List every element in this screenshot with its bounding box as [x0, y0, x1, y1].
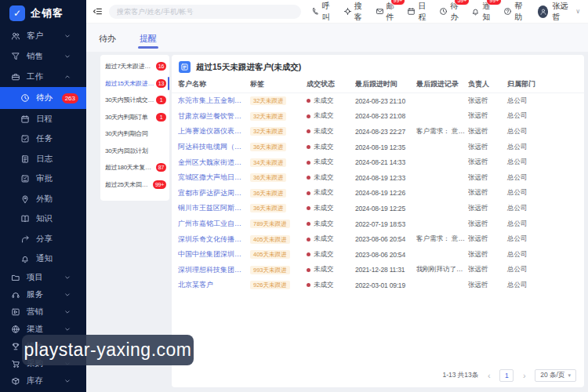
- bell-icon: [471, 7, 480, 16]
- briefcase-icon: [11, 72, 20, 82]
- filter-label: 30天内预计成交商机: [105, 96, 156, 104]
- marketing-icon: [11, 307, 20, 317]
- topbar-action-3[interactable]: 日程: [407, 1, 429, 23]
- filter-item-6[interactable]: 超过180天未复购客户87: [100, 159, 169, 176]
- folder-icon: [11, 273, 20, 282]
- logo-icon: ✓: [9, 5, 25, 21]
- column-header: 最后跟进记录: [416, 79, 468, 89]
- table-row: 铜川市王益区阿斯顿英语学校36天未跟进未成交2024-08-19 12:25张远…: [172, 201, 584, 216]
- tab-reminder[interactable]: 提醒: [138, 26, 158, 50]
- sidebar-subitem-1[interactable]: 日程: [0, 109, 86, 129]
- menu-fold-icon[interactable]: [93, 5, 103, 17]
- sidebar-subitem-0[interactable]: 待办263: [0, 87, 86, 109]
- status-dot-icon: [307, 268, 310, 272]
- tab-todo[interactable]: 待办: [97, 26, 118, 50]
- app-logo: ✓ 企销客: [0, 0, 86, 26]
- filter-item-0[interactable]: 超过7天未跟进客户16: [100, 58, 169, 75]
- sidebar-subitem-label: 分享: [36, 234, 53, 245]
- customer-name-link[interactable]: 北京某客户: [178, 280, 250, 290]
- table-body: 东莞市集上五金制品有限公司32天未跟进未成交2024-08-23 21:10张远…: [172, 93, 584, 293]
- table-row: 甘肃京穆兰餐饮管理有限公司32天未跟进未成交2024-08-23 21:08张远…: [172, 109, 584, 125]
- reminder-filter-panel: 超过7天未跟进客户16超过15天未跟进客户1330天内预计成交商机130天内到期…: [100, 55, 169, 201]
- customer-name-link[interactable]: 中国中丝集团深圳公司: [178, 249, 250, 260]
- customer-name-link[interactable]: 东莞市集上五金制品有限公司: [178, 96, 250, 106]
- sidebar-subitem-4[interactable]: 审批: [0, 169, 86, 190]
- filter-item-7[interactable]: 超过25天未回访客户99+: [100, 176, 169, 194]
- next-page-button[interactable]: ›: [518, 370, 530, 382]
- count-badge: 16: [156, 62, 166, 71]
- customer-name-link[interactable]: 铜川市王益区阿斯顿英语学校: [178, 203, 250, 213]
- customer-name-link[interactable]: 甘肃京穆兰餐饮管理有限公司: [178, 111, 250, 122]
- prev-page-button[interactable]: ‹: [483, 370, 495, 382]
- table-header: 客户名称标签成交状态最后跟进时间最后跟进记录负责人归属部门: [172, 76, 584, 93]
- clock-icon: [439, 7, 448, 16]
- topbar-action-0[interactable]: 呼叫: [311, 1, 333, 23]
- filter-label: 30天内到期订单: [105, 113, 148, 122]
- users-icon: [11, 31, 20, 41]
- sidebar-item-bottom-2[interactable]: 营销: [0, 303, 86, 321]
- filter-label: 超过180天未复购客户: [105, 163, 156, 172]
- sidebar-subitem-label: 日程: [36, 114, 53, 125]
- topbar-action-2[interactable]: 邮件99+: [376, 1, 397, 23]
- page-size-select[interactable]: 20 条/页 ▾: [535, 369, 576, 382]
- sidebar-subitem-label: 知识: [36, 213, 53, 224]
- deal-status-cell: 未成交: [307, 188, 355, 198]
- page-1-button[interactable]: 1: [499, 369, 514, 382]
- approval-icon: [20, 174, 30, 183]
- sidebar-item-bottom-0[interactable]: 项目: [0, 269, 86, 286]
- user-name: 张远哲: [552, 1, 572, 23]
- sidebar-item-label: 销售: [27, 51, 43, 62]
- sidebar-item-bottom-6[interactable]: 库存: [0, 372, 86, 390]
- main-panel: 超过15天未跟进客户(未成交) 客户名称标签成交状态最后跟进时间最后跟进记录负责…: [172, 55, 584, 387]
- sidebar-subitem-8[interactable]: 通知: [0, 249, 86, 270]
- topbar-action-6[interactable]: 帮助: [503, 1, 525, 23]
- filter-item-3[interactable]: 30天内到期订单1: [100, 109, 169, 126]
- sidebar-item-0[interactable]: 客户: [0, 26, 86, 46]
- customer-name-link[interactable]: 上海赛途仪器仪表有限公司: [178, 126, 250, 136]
- filter-item-2[interactable]: 30天内预计成交商机1: [100, 92, 169, 109]
- deal-status-cell: 未成交: [307, 127, 355, 136]
- filter-label: 超过7天未跟进客户: [105, 62, 156, 71]
- last-followup-time: 2024-08-19 12:33: [355, 174, 416, 182]
- sidebar-item-2[interactable]: 工作: [0, 67, 86, 87]
- days-tag: 32天未跟进: [250, 96, 286, 105]
- topbar-actions: 呼叫搜客邮件99+日程待办59+通知99+帮助: [301, 1, 525, 23]
- tag-cell: 34天未跟进: [250, 158, 307, 167]
- sidebar-item-bottom-1[interactable]: 服务: [0, 286, 86, 303]
- pagination: 1-13 共13条 ‹ 1 › 20 条/页 ▾: [442, 369, 576, 382]
- topbar-action-5[interactable]: 通知99+: [471, 1, 493, 23]
- last-followup-time: 2022-03-01 09:19: [355, 281, 416, 289]
- tag-cell: 36天未跟进: [250, 143, 307, 151]
- customer-name-link[interactable]: 宽城区撒大声地日用品百货...: [178, 172, 250, 183]
- sidebar-subitem-3[interactable]: 日志: [0, 149, 86, 169]
- customer-name-link[interactable]: 广州市嘉铭工业自动化技术...: [178, 219, 250, 229]
- owner-cell: 张远哲: [468, 96, 507, 106]
- topbar-action-4[interactable]: 待办59+: [439, 1, 461, 23]
- page-size-value: 20 条/页: [540, 371, 564, 380]
- sidebar-item-label: 客户: [27, 31, 43, 42]
- customer-name-link[interactable]: 深圳乐奇文化传播有限公司: [178, 234, 250, 245]
- sidebar-subitem-7[interactable]: 分享: [0, 229, 86, 249]
- filter-item-5[interactable]: 30天内回款计划: [100, 143, 169, 160]
- chevron-down-icon: [63, 273, 72, 282]
- topbar-action-1[interactable]: 搜客: [343, 1, 365, 23]
- filter-item-1[interactable]: 超过15天未跟进客户13: [100, 75, 169, 93]
- customer-name-link[interactable]: 深圳理想科技集团有限公司: [178, 265, 250, 275]
- deal-status-cell: 未成交: [307, 204, 355, 213]
- table-row: 宽城区撒大声地日用品百货...36天未跟进未成交2024-08-19 12:33…: [172, 170, 584, 186]
- sidebar-item-1[interactable]: 销售: [0, 46, 86, 67]
- search-input[interactable]: [109, 5, 301, 19]
- sidebar-subitem-5[interactable]: 外勤: [0, 189, 86, 209]
- filter-item-4[interactable]: 30天内到期合同: [100, 125, 169, 143]
- bell-icon: [20, 254, 30, 263]
- tag-cell: 926天未跟进: [250, 281, 307, 289]
- customer-name-link[interactable]: 宜都市萨达萨达周农业厂: [178, 188, 250, 198]
- sidebar-subitem-2[interactable]: 任务: [0, 129, 86, 150]
- department-cell: 总公司: [507, 127, 546, 136]
- customer-name-link[interactable]: 金州区大魏家街道巳忠声出...: [178, 158, 250, 168]
- customer-name-link[interactable]: 阿达科技电缆网（深圳）有...: [178, 142, 250, 152]
- sidebar-subitem-6[interactable]: 知识: [0, 209, 86, 230]
- days-tag: 34天未跟进: [250, 158, 286, 167]
- primary-sidebar: ✓ 企销客 客户销售工作待办263日程任务日志审批外勤知识分享通知项目服务营销渠…: [0, 0, 86, 392]
- user-menu[interactable]: 张远哲 ∨: [538, 1, 580, 23]
